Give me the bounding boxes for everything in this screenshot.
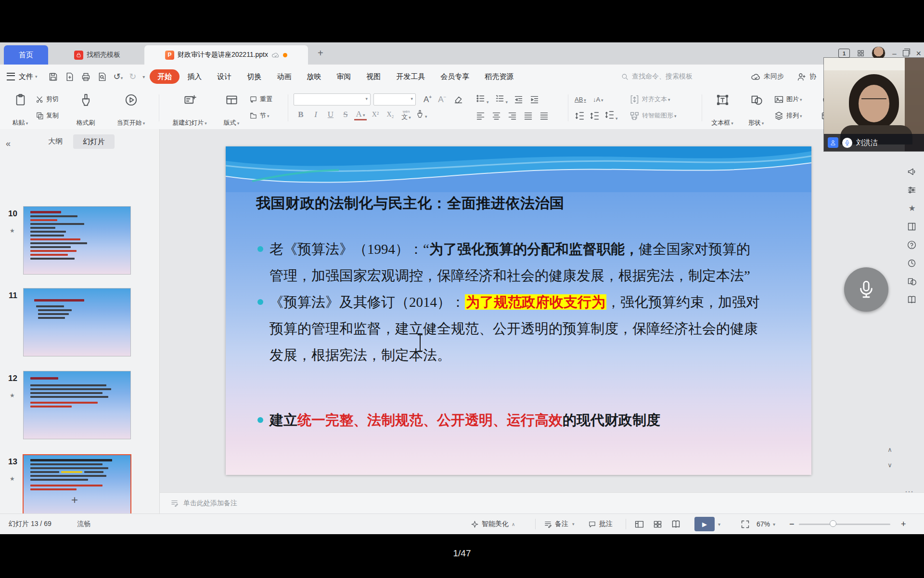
sidebar-tool-panels-icon[interactable]: [907, 222, 917, 232]
numbered-list-button[interactable]: [495, 93, 508, 105]
tab-home[interactable]: 首页: [4, 45, 48, 65]
bullet-item[interactable]: 老《预算法》（1994）：“为了强化预算的分配和监督职能，健全国家对预算的 管理…: [270, 236, 804, 289]
font-family-select[interactable]: [294, 93, 371, 105]
pinyin-guide-button[interactable]: wén 文: [399, 110, 413, 120]
sidebar-tool-shapes-icon[interactable]: [907, 276, 917, 287]
workspace-grid-icon[interactable]: [857, 49, 865, 57]
line-height-button[interactable]: [604, 110, 618, 122]
slide-body-text[interactable]: 老《预算法》（1994）：“为了强化预算的分配和监督职能，健全国家对预算的 管理…: [270, 236, 804, 434]
zoom-slider-track[interactable]: [799, 524, 890, 525]
justify-icon[interactable]: [523, 111, 533, 121]
tab-design[interactable]: 设计: [209, 69, 239, 84]
zoom-level-label[interactable]: 67%▾: [757, 514, 775, 534]
format-painter-button[interactable]: 格式刷: [71, 92, 100, 130]
sidebar-tool-announce-icon[interactable]: [907, 167, 917, 177]
clear-format-icon[interactable]: [453, 94, 463, 105]
print-preview-icon[interactable]: [97, 72, 107, 82]
cloud-sync-icon[interactable]: [751, 72, 761, 82]
hamburger-menu-icon[interactable]: [7, 73, 15, 80]
cut-button[interactable]: 剪切: [36, 93, 59, 105]
reading-view-button[interactable]: [671, 514, 681, 534]
fit-to-window-button[interactable]: [740, 514, 750, 534]
new-slide-button[interactable]: 新建幻灯片: [165, 92, 215, 130]
bullet-list-button[interactable]: [475, 93, 489, 105]
section-button[interactable]: 节: [249, 110, 270, 121]
slide-thumbnail-10[interactable]: [23, 206, 131, 275]
align-text-button[interactable]: 对齐文本: [629, 93, 670, 105]
zoom-out-button[interactable]: −: [789, 514, 795, 534]
add-slide-button[interactable]: +: [71, 494, 78, 506]
command-search-box[interactable]: 查找命令、搜索模板: [621, 70, 719, 83]
picture-button[interactable]: 图片: [774, 93, 802, 105]
smart-beautify-button[interactable]: 智能美化 ∧: [471, 514, 515, 534]
tab-insert[interactable]: 插入: [180, 69, 209, 84]
comments-toggle-button[interactable]: 批注: [588, 514, 613, 534]
slide-13[interactable]: 我国财政的法制化与民主化：全面推进依法治国 老《预算法》（1994）：“为了强化…: [226, 146, 811, 475]
normal-view-button[interactable]: [634, 514, 644, 534]
textbox-button[interactable]: 文本框: [706, 92, 738, 130]
restore-button[interactable]: [903, 50, 909, 56]
file-menu[interactable]: 文件: [19, 72, 33, 81]
underline-button[interactable]: U: [324, 110, 337, 119]
customize-toolbar-icon[interactable]: ▾: [142, 74, 145, 79]
increase-indent-icon[interactable]: [529, 94, 539, 105]
print-icon[interactable]: [81, 72, 91, 82]
bold-button[interactable]: B: [295, 110, 307, 119]
tab-devtools[interactable]: 开发工具: [388, 69, 433, 84]
font-size-select[interactable]: [373, 93, 416, 105]
slide-title[interactable]: 我国财政的法制化与民主化：全面推进依法治国: [256, 194, 565, 213]
tab-slides[interactable]: 幻灯片: [73, 134, 115, 149]
superscript-button[interactable]: X²: [369, 111, 382, 118]
participant-video[interactable]: 刘洪洁: [824, 58, 924, 151]
sidebar-tool-favorite-icon[interactable]: ★: [907, 203, 917, 214]
close-button[interactable]: ×: [916, 49, 921, 58]
character-rotate-button[interactable]: ↓A: [593, 96, 603, 103]
play-from-current-button[interactable]: 当页开始: [110, 92, 152, 130]
tab-slideshow[interactable]: 放映: [299, 69, 329, 84]
export-icon[interactable]: [64, 72, 75, 82]
align-right-icon[interactable]: [507, 111, 517, 121]
slide-sorter-view-button[interactable]: [653, 514, 663, 534]
decrease-font-button[interactable]: A−: [438, 94, 446, 105]
redo-icon[interactable]: ↻: [129, 71, 136, 82]
minimize-button[interactable]: –: [892, 50, 896, 57]
tab-docer-templates[interactable]: 找稻壳模板: [50, 45, 144, 65]
sidebar-tool-help-icon[interactable]: [907, 240, 917, 250]
convert-smart-graphic-button[interactable]: 转智能图形: [629, 110, 677, 121]
collaborate-icon[interactable]: [796, 72, 807, 82]
play-options-arrow-icon[interactable]: ▾: [718, 514, 720, 534]
save-icon[interactable]: [48, 72, 58, 82]
copy-button[interactable]: 复制: [36, 110, 59, 121]
tab-view[interactable]: 视图: [359, 69, 388, 84]
italic-button[interactable]: I: [309, 110, 322, 119]
align-left-icon[interactable]: [475, 111, 486, 121]
next-slide-button[interactable]: ∨: [885, 461, 895, 473]
paste-button[interactable]: 粘贴: [8, 92, 33, 130]
tab-membership[interactable]: 会员专享: [433, 69, 477, 84]
collapse-panel-button[interactable]: «: [6, 139, 11, 149]
notes-bar[interactable]: 单击此处添加备注: [160, 492, 924, 513]
reset-button[interactable]: 重置: [249, 93, 272, 105]
shapes-button[interactable]: 形状: [742, 92, 770, 130]
slideshow-play-button[interactable]: ▶: [694, 517, 715, 531]
font-color-button[interactable]: A: [354, 109, 367, 120]
decrease-indent-icon[interactable]: [513, 94, 524, 105]
slide-thumbnail-11[interactable]: [23, 288, 131, 356]
zoom-in-button[interactable]: +: [901, 514, 906, 534]
slide-layout-button[interactable]: 版式: [218, 92, 245, 130]
undo-icon[interactable]: ↺▾: [114, 71, 123, 82]
bullet-item[interactable]: 《预算法》及其修订（2014）：为了规范政府收支行为，强化预算约束，加强对 预算…: [270, 289, 804, 368]
line-spacing-icon[interactable]: [575, 111, 585, 121]
tab-animation[interactable]: 动画: [269, 69, 299, 84]
sidebar-tool-history-icon[interactable]: [907, 258, 917, 269]
tab-active-document[interactable]: P 财政审计专题讲座202211.pptx: [144, 45, 308, 65]
single-window-icon[interactable]: 1: [838, 49, 850, 58]
arrange-button[interactable]: 排列: [774, 110, 802, 121]
previous-slide-button[interactable]: ∧: [885, 446, 895, 458]
increase-font-button[interactable]: A+: [424, 94, 432, 105]
text-direction-button[interactable]: AB: [575, 96, 586, 103]
zoom-slider-knob[interactable]: [830, 520, 836, 527]
new-tab-button[interactable]: +: [318, 48, 323, 58]
subscript-button[interactable]: X₂: [384, 111, 397, 118]
tab-docer-resources[interactable]: 稻壳资源: [477, 69, 521, 84]
